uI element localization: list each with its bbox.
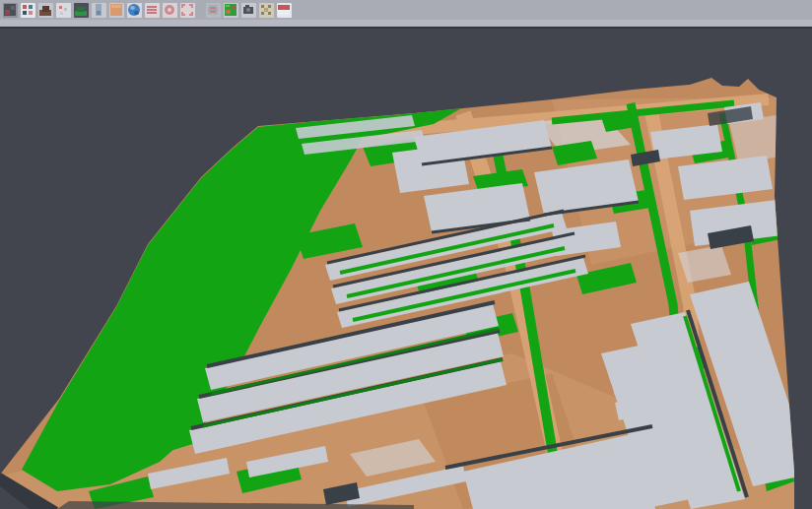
classification-map-button[interactable] <box>223 2 238 18</box>
selection-brackets-button[interactable] <box>179 2 195 18</box>
sparse-points-icon <box>56 3 71 18</box>
level-bar-icon <box>92 3 106 18</box>
globe-button[interactable] <box>126 2 142 18</box>
brown-terrain-button[interactable] <box>37 2 53 18</box>
red-white-card-icon <box>277 3 292 18</box>
viewport <box>0 29 812 509</box>
toolbar-lower-strip <box>0 20 812 27</box>
toolbar-icon-row <box>2 2 294 18</box>
sparse-points-button[interactable] <box>55 2 71 18</box>
point-pairs-icon <box>21 3 35 18</box>
green-terrain-button[interactable] <box>73 2 89 18</box>
dark-cube-icon <box>3 3 18 18</box>
red-ring-icon <box>163 3 177 18</box>
red-list-icon <box>145 3 160 18</box>
selection-brackets-icon <box>180 3 195 18</box>
dark-cube-button[interactable] <box>2 2 18 18</box>
toolbar <box>0 0 812 20</box>
viewport-3d[interactable] <box>0 29 812 509</box>
brown-terrain-icon <box>38 3 53 18</box>
classification-map-icon <box>224 3 238 18</box>
camera-icon <box>241 3 256 18</box>
red-white-card-button[interactable] <box>276 2 292 18</box>
red-list-button[interactable] <box>144 2 160 18</box>
orange-tile-button[interactable] <box>108 2 124 18</box>
level-bar-button[interactable] <box>91 2 106 18</box>
grid-red-icon <box>206 3 221 18</box>
grid-red-button[interactable] <box>205 2 221 18</box>
fit-view-icon <box>259 3 274 18</box>
orange-tile-icon <box>109 3 124 18</box>
point-pairs-button[interactable] <box>20 2 35 18</box>
red-ring-button[interactable] <box>162 2 177 18</box>
application-window <box>0 0 812 509</box>
camera-button[interactable] <box>240 2 256 18</box>
green-terrain-icon <box>74 3 89 18</box>
globe-icon <box>127 3 142 18</box>
fit-view-button[interactable] <box>258 2 274 18</box>
